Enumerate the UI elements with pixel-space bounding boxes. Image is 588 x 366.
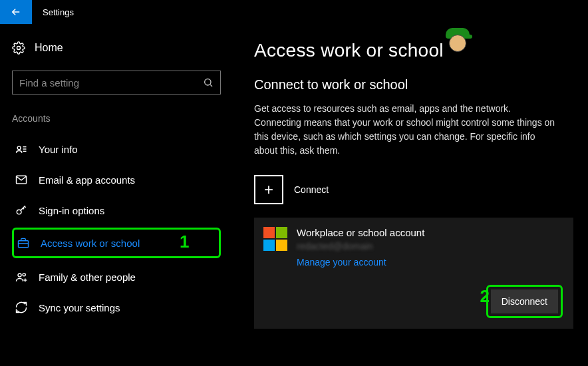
main-content: Access work or school Connect to work or… (233, 24, 588, 366)
sidebar: Home Accounts Your info Email & app acco… (0, 24, 233, 366)
sidebar-item-family-people[interactable]: Family & other people (12, 264, 221, 290)
home-label: Home (35, 42, 63, 54)
user-card-icon (15, 142, 28, 156)
connect-label: Connect (294, 184, 329, 195)
title-bar: Settings (0, 0, 588, 24)
svg-line-2 (210, 85, 212, 87)
svg-rect-9 (19, 241, 29, 248)
sync-icon (15, 301, 28, 314)
plus-icon: + (254, 175, 283, 204)
manage-account-link[interactable]: Manage your account (297, 257, 424, 268)
section-title: Connect to work or school (254, 77, 576, 92)
gear-icon (12, 41, 25, 55)
avatar-watermark (444, 28, 471, 55)
nav-label: Your info (39, 144, 78, 155)
annotation-marker-1: 1 (180, 232, 189, 252)
back-button[interactable] (0, 0, 32, 24)
svg-point-11 (18, 274, 21, 277)
disconnect-button[interactable]: Disconnect (491, 289, 558, 313)
svg-point-12 (23, 274, 25, 276)
annotation-frame-1: Access work or school (12, 228, 221, 258)
nav-label: Sign-in options (39, 205, 104, 216)
nav-label: Email & app accounts (39, 174, 135, 186)
connect-button[interactable]: + Connect (254, 175, 576, 204)
svg-point-1 (205, 79, 211, 85)
sidebar-item-your-info[interactable]: Your info (12, 136, 221, 162)
account-title: Workplace or school account (297, 227, 424, 238)
search-box[interactable] (12, 71, 221, 94)
search-input[interactable] (19, 77, 203, 89)
nav-label: Access work or school (41, 238, 140, 249)
sidebar-item-email-accounts[interactable]: Email & app accounts (12, 166, 221, 193)
account-email: redacted@domain (297, 241, 424, 252)
microsoft-logo-icon (263, 227, 287, 251)
section-description: Get access to resources such as email, a… (254, 102, 560, 158)
sidebar-item-sync-settings[interactable]: Sync your settings (12, 294, 221, 321)
mail-icon (15, 173, 28, 186)
key-icon (15, 204, 28, 217)
people-icon (15, 270, 28, 283)
nav-label: Sync your settings (39, 302, 120, 313)
connected-account-card[interactable]: Workplace or school account redacted@dom… (254, 218, 573, 329)
sidebar-section-label: Accounts (12, 113, 221, 124)
search-icon (203, 77, 214, 88)
sidebar-item-signin-options[interactable]: Sign-in options (12, 197, 221, 224)
svg-point-8 (17, 210, 21, 214)
briefcase-icon (17, 236, 30, 250)
page-title: Access work or school (254, 40, 576, 61)
app-title: Settings (32, 0, 74, 24)
home-button[interactable]: Home (12, 39, 221, 57)
arrow-left-icon (10, 6, 22, 18)
svg-point-3 (17, 146, 21, 150)
nav-label: Family & other people (39, 272, 136, 283)
svg-point-0 (17, 47, 21, 50)
annotation-frame-2: Disconnect (486, 285, 563, 318)
